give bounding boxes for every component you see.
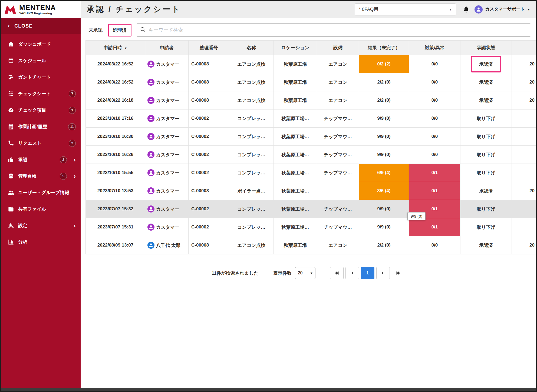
table-row[interactable]: 2023/07/07 15:32カスタマーC-00002コンプレッ…秋葉原工場…… [86, 200, 536, 218]
folder-icon [8, 206, 14, 212]
table-row[interactable]: 2023/10/10 17:16カスタマーC-00002コンプレッ…秋葉原工場…… [86, 109, 536, 128]
cell-result: 2/2 (0) [359, 91, 409, 109]
sidebar-badge: 11 [68, 123, 76, 130]
cell-equipment: エアコン [317, 73, 359, 91]
cell-applicant: カスタマー [145, 182, 189, 200]
settings-icon [8, 222, 14, 229]
search-box [136, 24, 531, 36]
tab-unapproved[interactable]: 未承認 [85, 24, 106, 36]
cell-result: 9/9 (0) [359, 128, 409, 146]
cell-location: 秋葉原工場 [274, 55, 317, 73]
cell-request-date: 2023/10/10 16:26 [86, 146, 145, 164]
sidebar-item-label: 作業計画/履歴 [18, 124, 47, 130]
thumb-up-icon [8, 157, 14, 163]
sidebar-item-settings[interactable]: 設定› [1, 217, 81, 234]
cell-applicant: カスタマー [145, 73, 189, 91]
sidebar-item-shared-files[interactable]: 共有ファイル [1, 201, 81, 217]
column-header: 結果（未完了） [359, 41, 409, 55]
applicant-avatar-icon [147, 242, 154, 249]
sidebar-badge: 5 [60, 173, 67, 180]
cell-result: 9/9 (0) [359, 200, 409, 218]
cell-countermeasure: 0/0 [409, 73, 460, 91]
cell-result: 9/9 (0) [359, 218, 409, 236]
sidebar-item-schedule[interactable]: スケジュール [1, 52, 81, 69]
tab-processed[interactable]: 処理済 [108, 24, 131, 36]
cell-control-number: C-00002 [189, 109, 229, 128]
sidebar-item-user-group[interactable]: ユーザー・グループ情報 [1, 184, 81, 201]
cell-approval-date-clipped: 20 [512, 236, 536, 254]
chevron-right-icon: › [74, 222, 76, 229]
sidebar-close-button[interactable]: ‹ CLOSE [1, 18, 81, 34]
sidebar-item-ledger[interactable]: 管理台帳5› [1, 168, 81, 184]
last-page-button[interactable] [392, 267, 405, 279]
column-header: 対策/異常 [409, 41, 460, 55]
cell-location: 秋葉原工場 [274, 91, 317, 109]
column-header-clipped [512, 41, 536, 55]
applicant-avatar-icon [147, 61, 154, 68]
sidebar-item-label: チェック項目 [18, 107, 46, 113]
search-input[interactable] [149, 27, 527, 33]
sidebar-item-gantt-chart[interactable]: ガントチャート [1, 69, 81, 85]
table-row[interactable]: 2023/10/10 15:55カスタマーC-00002コンプレッ…秋葉原工場…… [86, 164, 536, 182]
sidebar-item-work-history[interactable]: 作業計画/履歴11 [1, 118, 81, 135]
cell-approval-date-clipped: 20 [512, 73, 536, 91]
app-window: MENTENA YACHIYO Engineering ‹ CLOSE ダッシュ… [0, 0, 537, 392]
prev-page-button[interactable] [345, 267, 359, 279]
sidebar-item-check-items[interactable]: チェック項目1 [1, 102, 81, 118]
cell-location: 秋葉原工場… [274, 182, 317, 200]
table-row[interactable]: 2023/07/10 13:53カスタマーC-00003ボイラー点…秋葉原工場…… [86, 182, 536, 200]
cell-countermeasure: 0/0 [409, 91, 460, 109]
table-row[interactable]: 2024/03/22 16:52カスタマーC-00008エアコン点検秋葉原工場エ… [86, 55, 536, 73]
applicant-avatar-icon [147, 115, 154, 122]
checksheet-icon [8, 91, 14, 97]
column-header: 整理番号 [189, 41, 229, 55]
column-header[interactable]: 申請日時▼ [86, 41, 145, 55]
column-header: ロケーション [274, 41, 317, 55]
user-menu[interactable]: カスタマーサポート ▼ [485, 6, 530, 12]
user-name: カスタマーサポート [485, 6, 525, 12]
close-label: CLOSE [14, 23, 32, 29]
sidebar-item-analytics[interactable]: 分析 [1, 234, 81, 250]
page-size-value: 20 [298, 271, 303, 275]
cell-name: コンプレッ… [229, 128, 274, 146]
table-row[interactable]: 2023/07/07 15:31カスタマーC-00002コンプレッ…秋葉原工場…… [86, 218, 536, 236]
table-row[interactable]: 2024/03/22 16:52カスタマーC-00008エアコン点検秋葉原工場エ… [86, 73, 536, 91]
cell-countermeasure: 0/0 [409, 128, 460, 146]
cell-approval-date-clipped [512, 164, 536, 182]
cell-location: 秋葉原工場… [274, 146, 317, 164]
sidebar-item-request[interactable]: リクエスト2 [1, 135, 81, 151]
cell-applicant: カスタマー [145, 128, 189, 146]
table-row[interactable]: 2023/10/10 16:26カスタマーC-00002コンプレッ…秋葉原工場…… [86, 146, 536, 164]
cell-request-date: 2023/10/10 16:30 [86, 128, 145, 146]
column-header: 承認状態 [460, 41, 512, 55]
cell-applicant: カスタマー [145, 55, 189, 73]
home-icon [8, 41, 14, 47]
sidebar-badge: 2 [69, 140, 76, 147]
sidebar-item-label: 管理台帳 [18, 173, 37, 179]
sidebar-item-dashboard[interactable]: ダッシュボード [1, 36, 81, 52]
calendar-icon [8, 58, 14, 64]
column-header: 名称 [229, 41, 274, 55]
first-page-button[interactable] [330, 267, 344, 279]
brand-logo[interactable]: MENTENA YACHIYO Engineering [1, 1, 81, 18]
cell-approval-status: 取り下げ [460, 218, 512, 236]
notification-bell-icon[interactable] [463, 6, 470, 13]
table-row[interactable]: 2023/10/10 16:30カスタマーC-00002コンプレッ…秋葉原工場…… [86, 128, 536, 146]
cell-equipment: チップマウ… [317, 218, 359, 236]
user-avatar[interactable] [475, 5, 483, 14]
sidebar-badge: 2 [60, 156, 67, 163]
page-size-select[interactable]: 20 ▾ [295, 267, 315, 279]
cell-result: 9/9 (0) [359, 109, 409, 128]
next-page-button[interactable] [376, 267, 390, 279]
sidebar-item-checksheet[interactable]: チェックシート7 [1, 85, 81, 102]
cell-control-number: C-00003 [189, 182, 229, 200]
project-select[interactable]: * 0FAQ用 ▼ [355, 4, 456, 15]
applicant-avatar-icon [147, 151, 154, 158]
table-row[interactable]: 2022/08/09 13:07八千代 太郎C-00008エアコン点検秋葉原工場… [86, 236, 536, 254]
sidebar-item-approval[interactable]: 承認2› [1, 151, 81, 168]
cell-control-number: C-00008 [189, 236, 229, 254]
sidebar-item-label: チェックシート [18, 91, 51, 97]
table-row[interactable]: 2024/03/22 16:18カスタマーC-00008エアコン点検秋葉原工場エ… [86, 91, 536, 109]
current-page-button[interactable]: 1 [361, 267, 374, 279]
cell-request-date: 2024/03/22 16:18 [86, 91, 145, 109]
